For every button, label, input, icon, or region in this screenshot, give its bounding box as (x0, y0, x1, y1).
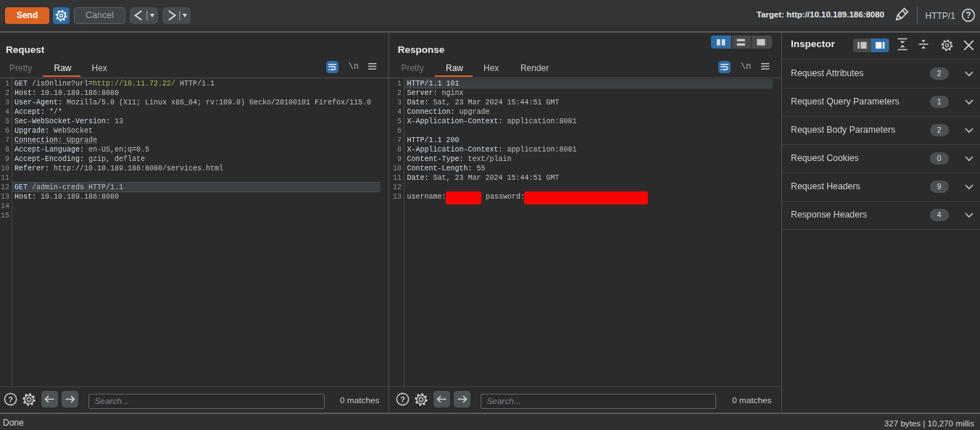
svg-text:?: ? (400, 394, 405, 403)
svg-text:?: ? (8, 394, 13, 403)
svg-text:?: ? (966, 11, 971, 21)
